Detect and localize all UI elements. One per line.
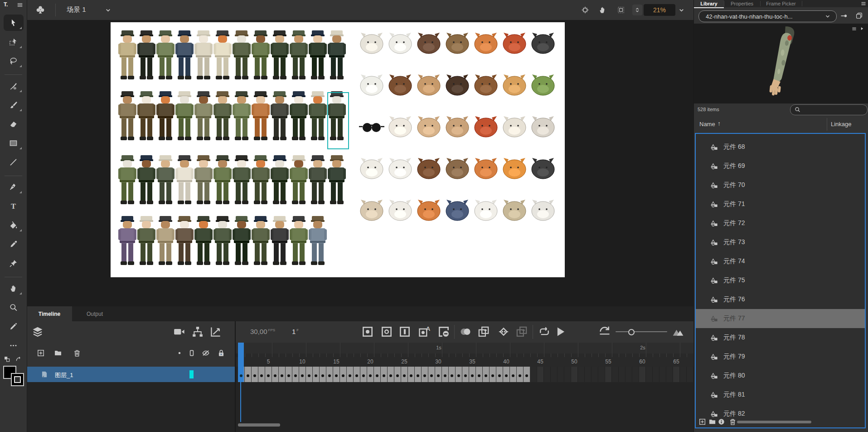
default-colors-icon[interactable] bbox=[4, 356, 10, 363]
insert-frame-button[interactable] bbox=[398, 325, 411, 338]
panel-tab-properties[interactable]: Properties bbox=[724, 0, 760, 7]
frame-cell[interactable] bbox=[537, 367, 544, 382]
library-item-row[interactable]: 元件 71 bbox=[696, 195, 865, 214]
keyframe-cell[interactable] bbox=[469, 367, 476, 382]
keyframe-cell[interactable] bbox=[428, 367, 435, 382]
frame-cell[interactable] bbox=[605, 367, 612, 382]
frame-cell[interactable] bbox=[639, 367, 646, 382]
keyframe-cell[interactable] bbox=[503, 367, 510, 382]
library-item-row[interactable]: 元件 70 bbox=[696, 176, 865, 195]
reset-timeline-zoom-button[interactable] bbox=[598, 325, 611, 338]
keyframe-cell[interactable] bbox=[360, 367, 367, 382]
keyframe-cell[interactable] bbox=[272, 367, 279, 382]
timeline-seconds-ruler[interactable]: 1s2s bbox=[236, 343, 693, 353]
frame-cell[interactable] bbox=[653, 367, 659, 382]
frame-cell[interactable] bbox=[612, 367, 619, 382]
timeline-ruler[interactable]: 5101520253035404550556065 bbox=[236, 357, 693, 367]
hand-tool[interactable] bbox=[4, 280, 24, 296]
keyframe-cell[interactable] bbox=[388, 367, 394, 382]
panel-menu-icon[interactable] bbox=[861, 1, 866, 6]
sort-ascending-icon[interactable]: ↑ bbox=[718, 120, 721, 127]
loop-playback-button[interactable] bbox=[538, 325, 551, 338]
new-library-panel-icon[interactable] bbox=[855, 12, 863, 20]
stage-pasteboard[interactable] bbox=[27, 20, 693, 306]
keyframe-cell[interactable] bbox=[354, 367, 360, 382]
keyframe-cell[interactable] bbox=[340, 367, 347, 382]
keyframe-cell[interactable] bbox=[496, 367, 503, 382]
onion-skin-button[interactable] bbox=[459, 325, 472, 338]
column-divider[interactable] bbox=[827, 118, 827, 131]
timeline-tick-row[interactable] bbox=[238, 353, 693, 357]
keyframe-cell[interactable] bbox=[381, 367, 388, 382]
keyframe-cell[interactable] bbox=[456, 367, 462, 382]
keyframe-cell[interactable] bbox=[442, 367, 449, 382]
library-item-row[interactable]: 元件 78 bbox=[696, 328, 865, 347]
line-tool[interactable] bbox=[4, 154, 24, 170]
frame-cell[interactable] bbox=[659, 367, 666, 382]
keyframe-cell[interactable] bbox=[462, 367, 469, 382]
frame-cell[interactable] bbox=[564, 367, 571, 382]
panel-tab-frame-picker[interactable]: Frame Picker bbox=[760, 0, 802, 7]
asset-warp-tool[interactable] bbox=[4, 255, 24, 271]
fluid-brush-tool[interactable] bbox=[4, 78, 24, 94]
zoom-dropdown-icon[interactable] bbox=[678, 7, 685, 14]
keyframe-cell[interactable] bbox=[476, 367, 483, 382]
delete-layer-button[interactable] bbox=[73, 349, 81, 357]
frame-cell[interactable] bbox=[687, 367, 693, 382]
rectangle-tool[interactable] bbox=[4, 135, 24, 151]
frames-horizontal-scrollbar[interactable] bbox=[238, 423, 280, 427]
stage-selection-box[interactable] bbox=[327, 92, 349, 149]
library-item-row[interactable]: 元件 79 bbox=[696, 347, 865, 366]
keyframe-cell[interactable] bbox=[279, 367, 286, 382]
zoom-stepper[interactable] bbox=[632, 5, 642, 15]
play-button[interactable] bbox=[554, 325, 567, 338]
keyframe-cell[interactable] bbox=[490, 367, 496, 382]
lock-column-icon[interactable] bbox=[217, 349, 225, 357]
frame-cell[interactable] bbox=[578, 367, 585, 382]
frame-cell[interactable] bbox=[673, 367, 680, 382]
frame-cell[interactable] bbox=[530, 367, 537, 382]
library-item-row[interactable]: 元件 74 bbox=[696, 252, 865, 271]
keyframe-cell[interactable] bbox=[286, 367, 292, 382]
keyframe-cell[interactable] bbox=[258, 367, 265, 382]
layer-highlight-swatch[interactable] bbox=[189, 370, 194, 378]
library-item-list[interactable]: 元件 68元件 69元件 70元件 71元件 72元件 73元件 74元件 75… bbox=[695, 133, 866, 428]
selection-tool[interactable] bbox=[4, 15, 24, 31]
keyframe-cell[interactable] bbox=[333, 367, 340, 382]
new-folder-button[interactable] bbox=[54, 349, 62, 357]
keyframe-cell[interactable] bbox=[435, 367, 442, 382]
item-properties-button[interactable] bbox=[718, 418, 725, 426]
clip-content-icon[interactable] bbox=[617, 6, 625, 14]
keyframe-cell[interactable] bbox=[367, 367, 374, 382]
keyframe-cell[interactable] bbox=[347, 367, 354, 382]
classic-brush-tool[interactable] bbox=[4, 97, 24, 113]
library-item-row[interactable]: 元件 69 bbox=[696, 157, 865, 176]
outline-column-icon[interactable] bbox=[188, 349, 196, 357]
fill-color-swatch[interactable] bbox=[11, 373, 24, 386]
edit-multiple-frames-button[interactable] bbox=[477, 325, 490, 338]
timeline-tab-timeline[interactable]: Timeline bbox=[27, 306, 72, 322]
frame-cell[interactable] bbox=[544, 367, 551, 382]
search-input[interactable] bbox=[803, 105, 864, 114]
insert-keyframe-button[interactable] bbox=[361, 325, 374, 338]
show-graph-button[interactable] bbox=[209, 325, 222, 338]
keyframe-cell[interactable] bbox=[422, 367, 428, 382]
paint-bucket-tool[interactable] bbox=[4, 217, 24, 233]
pencil-tool[interactable] bbox=[4, 318, 24, 334]
center-stage-icon[interactable] bbox=[581, 6, 589, 14]
keyframe-cell[interactable] bbox=[374, 367, 381, 382]
keyframe-cell[interactable] bbox=[401, 367, 408, 382]
library-item-row[interactable]: 元件 72 bbox=[696, 214, 865, 233]
keyframe-cell[interactable] bbox=[292, 367, 299, 382]
more-tools-tool[interactable] bbox=[4, 337, 24, 353]
keyframe-cell[interactable] bbox=[265, 367, 272, 382]
frame-cell[interactable] bbox=[619, 367, 626, 382]
column-header-name[interactable]: Name bbox=[699, 121, 715, 128]
frame-cell[interactable] bbox=[558, 367, 564, 382]
library-item-row[interactable]: 元件 77 bbox=[696, 309, 865, 328]
keyframe-cell[interactable] bbox=[245, 367, 252, 382]
frame-cell[interactable] bbox=[571, 367, 578, 382]
add-camera-button[interactable] bbox=[173, 325, 185, 338]
eraser-tool[interactable] bbox=[4, 116, 24, 132]
preview-play-icon[interactable] bbox=[860, 26, 864, 31]
